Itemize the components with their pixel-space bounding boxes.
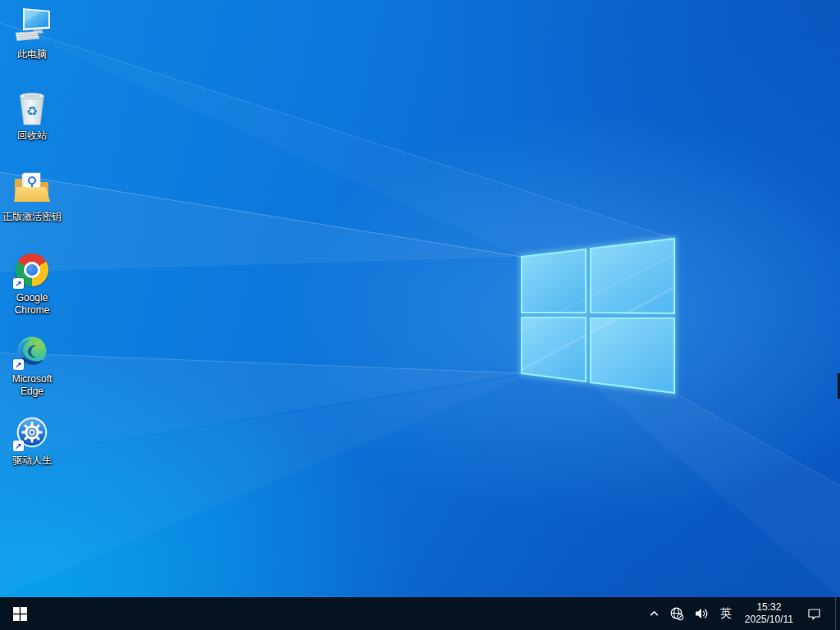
system-tray: 英 15:32 2025/10/11 [644, 597, 840, 630]
shortcut-arrow-icon: ↗ [13, 359, 24, 370]
activation-key-folder-icon [12, 169, 52, 208]
desktop-icon-activation-key[interactable]: 正版激活密钥 [0, 169, 64, 241]
start-button[interactable] [0, 597, 39, 630]
recycle-bin-icon: ♻ [12, 88, 52, 127]
volume-button[interactable] [689, 597, 714, 630]
chevron-up-icon [649, 609, 660, 619]
clock-time: 15:32 [745, 601, 793, 614]
icon-label-recycle-bin: 回收站 [17, 130, 47, 142]
clock-date: 2025/10/11 [745, 614, 793, 626]
notification-bubble-icon [807, 607, 821, 621]
desktop-icon-grid: 此电脑 ♻ 回收站 [0, 7, 64, 485]
speaker-icon [694, 606, 709, 621]
desktop-icon-recycle-bin[interactable]: ♻ 回收站 [0, 88, 64, 160]
desktop-icon-this-pc[interactable]: 此电脑 [0, 7, 64, 79]
ime-indicator[interactable]: 英 [714, 597, 738, 630]
svg-text:♻: ♻ [26, 103, 38, 119]
desktop-wallpaper[interactable]: 此电脑 ♻ 回收站 [0, 0, 840, 597]
desktop-icon-driver-life[interactable]: ↗ 驱动人生 [0, 413, 64, 485]
icon-label-google-chrome: Google Chrome [15, 292, 50, 317]
desktop-icon-google-chrome[interactable]: ↗ Google Chrome [0, 250, 64, 322]
taskbar: 英 15:32 2025/10/11 [0, 597, 840, 630]
windows-logo-wallpaper [0, 0, 840, 597]
icon-label-microsoft-edge: Microsoft Edge [12, 373, 52, 398]
icon-label-activation-key: 正版激活密钥 [2, 211, 62, 223]
hidden-icons-button[interactable] [644, 597, 664, 630]
windows-logo-icon [13, 607, 27, 621]
network-button[interactable] [664, 597, 689, 630]
shortcut-arrow-icon: ↗ [13, 278, 24, 289]
globe-no-internet-icon [669, 606, 684, 621]
shortcut-arrow-icon: ↗ [13, 441, 24, 451]
desktop-icon-microsoft-edge[interactable]: ↗ Microsoft Edge [0, 331, 64, 404]
icon-label-driver-life: 驱动人生 [12, 454, 52, 467]
taskbar-clock[interactable]: 15:32 2025/10/11 [738, 597, 800, 630]
show-desktop-button[interactable] [835, 597, 840, 630]
action-center-button[interactable] [800, 597, 829, 630]
icon-label-this-pc: 此电脑 [17, 48, 47, 61]
this-pc-icon [12, 7, 52, 46]
